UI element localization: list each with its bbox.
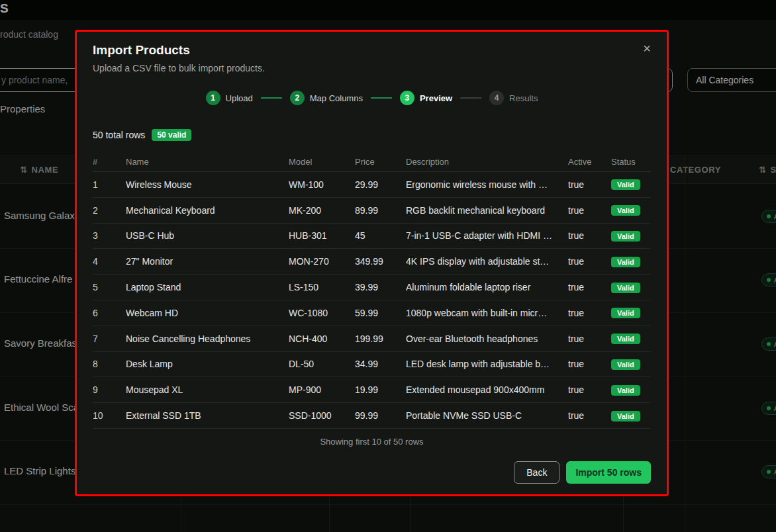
status-badge: Valid — [611, 231, 640, 242]
row-number: 1 — [93, 179, 126, 190]
import-products-modal: Import Products × Upload a CSV file to b… — [77, 32, 667, 494]
valid-count-badge: 50 valid — [152, 129, 191, 141]
preview-table: #NameModelPriceDescriptionActiveStatus 1… — [93, 152, 651, 429]
product-model: WM-100 — [289, 179, 355, 190]
status-badge: Valid — [611, 257, 640, 267]
product-price: 29.99 — [355, 179, 406, 190]
product-active: true — [568, 282, 611, 292]
product-name: Noise Cancelling Headphones — [126, 333, 289, 344]
status-badge: Valid — [611, 205, 640, 216]
column-header: Status — [611, 157, 651, 167]
product-description: Aluminum foldable laptop riser — [406, 282, 568, 292]
product-description: 1080p webcam with built-in micr… — [406, 308, 568, 318]
step-upload: 1Upload — [206, 91, 253, 105]
product-model: MON-270 — [289, 256, 355, 267]
product-model: LS-150 — [289, 282, 355, 292]
product-model: MP-900 — [289, 384, 355, 395]
import-summary: 50 total rows 50 valid — [93, 129, 651, 141]
status-badge: Valid — [611, 411, 640, 421]
status-cell: Valid — [611, 230, 651, 242]
step-label: Map Columns — [310, 93, 363, 103]
preview-row: 3USB-C HubHUB-301457-in-1 USB-C adapter … — [93, 224, 651, 249]
row-number: 5 — [93, 282, 126, 292]
product-active: true — [568, 205, 611, 216]
status-badge: Valid — [611, 179, 640, 190]
close-icon[interactable]: × — [643, 42, 651, 54]
column-header: Name — [126, 157, 289, 167]
row-number: 9 — [93, 384, 126, 395]
status-badge: Valid — [611, 333, 640, 344]
product-description: Over-ear Bluetooth headphones — [406, 333, 568, 344]
product-active: true — [568, 256, 611, 267]
modal-title: Import Products — [93, 42, 190, 58]
product-active: true — [568, 410, 611, 421]
modal-subtitle: Upload a CSV file to bulk import product… — [93, 62, 651, 75]
product-name: Wireless Mouse — [126, 179, 289, 190]
product-description: RGB backlit mechanical keyboard — [406, 205, 568, 216]
product-price: 45 — [355, 230, 406, 241]
preview-row: 7Noise Cancelling HeadphonesNCH-400199.9… — [93, 326, 651, 352]
product-description: 4K IPS display with adjustable st… — [406, 256, 568, 267]
status-cell: Valid — [611, 282, 651, 293]
step-label: Preview — [420, 93, 452, 103]
step-number: 2 — [290, 91, 305, 105]
product-price: 39.99 — [355, 282, 406, 292]
column-header: Price — [355, 157, 406, 167]
row-number: 6 — [93, 308, 126, 318]
stepper: 1Upload2Map Columns3Preview4Results — [93, 91, 651, 105]
product-model: MK-200 — [289, 205, 355, 216]
step-connector — [460, 97, 481, 99]
product-price: 34.99 — [355, 359, 406, 369]
step-map-columns: 2Map Columns — [290, 91, 363, 105]
status-cell: Valid — [611, 256, 651, 267]
status-cell: Valid — [611, 410, 651, 421]
product-name: External SSD 1TB — [126, 410, 289, 421]
import-button[interactable]: Import 50 rows — [566, 461, 651, 484]
row-number: 7 — [93, 333, 126, 344]
product-active: true — [568, 230, 611, 241]
product-model: SSD-1000 — [289, 410, 355, 421]
row-number: 2 — [93, 205, 126, 216]
product-description: Ergonomic wireless mouse with … — [406, 179, 568, 190]
modal-footer: Back Import 50 rows — [93, 461, 651, 484]
total-rows-label: 50 total rows — [93, 130, 145, 140]
preview-row: 427" MonitorMON-270349.994K IPS display … — [93, 249, 651, 275]
status-cell: Valid — [611, 179, 651, 190]
preview-row: 9Mousepad XLMP-90019.99Extended mousepad… — [93, 377, 651, 403]
product-active: true — [568, 333, 611, 344]
back-button[interactable]: Back — [514, 461, 559, 484]
product-name: USB-C Hub — [126, 230, 289, 241]
preview-table-header: #NameModelPriceDescriptionActiveStatus — [93, 152, 651, 172]
product-active: true — [568, 359, 611, 369]
column-header: # — [93, 157, 126, 167]
product-model: WC-1080 — [289, 308, 355, 318]
preview-row: 6Webcam HDWC-108059.991080p webcam with … — [93, 300, 651, 326]
preview-row: 8Desk LampDL-5034.99LED desk lamp with a… — [93, 352, 651, 378]
product-description: 7-in-1 USB-C adapter with HDMI … — [406, 230, 568, 241]
product-price: 19.99 — [355, 384, 406, 395]
annotation-highlight-box: Import Products × Upload a CSV file to b… — [75, 30, 669, 496]
product-model: DL-50 — [289, 359, 355, 369]
step-preview: 3Preview — [400, 91, 452, 105]
step-number: 4 — [489, 91, 504, 105]
status-cell: Valid — [611, 307, 651, 318]
step-connector — [261, 97, 282, 99]
product-name: Desk Lamp — [126, 359, 289, 369]
step-connector — [371, 97, 392, 99]
product-description: LED desk lamp with adjustable b… — [406, 359, 568, 369]
product-price: 59.99 — [355, 308, 406, 318]
row-number: 4 — [93, 256, 126, 267]
status-badge: Valid — [611, 283, 640, 293]
preview-row: 2Mechanical KeyboardMK-20089.99RGB backl… — [93, 198, 651, 224]
status-badge: Valid — [611, 359, 640, 370]
preview-row: 5Laptop StandLS-15039.99Aluminum foldabl… — [93, 275, 651, 300]
status-cell: Valid — [611, 384, 651, 396]
product-active: true — [568, 384, 611, 395]
status-badge: Valid — [611, 308, 640, 318]
column-header: Active — [568, 157, 611, 167]
product-active: true — [568, 308, 611, 318]
product-name: Webcam HD — [126, 308, 289, 318]
column-header: Model — [289, 157, 355, 167]
status-cell: Valid — [611, 333, 651, 344]
product-price: 89.99 — [355, 205, 406, 216]
